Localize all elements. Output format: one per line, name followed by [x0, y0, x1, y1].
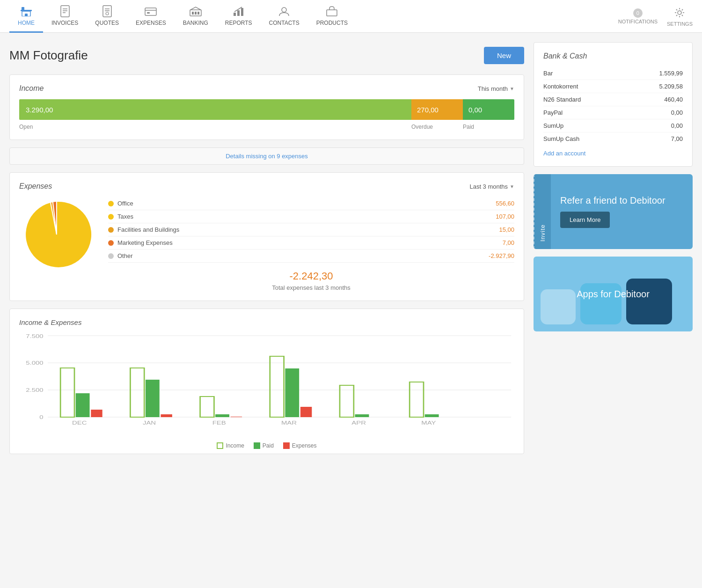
settings-button[interactable]: SETTINGS — [667, 6, 693, 27]
bar-labels: Open Overdue Paid — [19, 124, 514, 130]
legend-item-marketing: Marketing Expenses 7,00 — [108, 236, 514, 250]
bank-name-n26: N26 Standard — [543, 96, 581, 103]
alert-link[interactable]: Details missing on 9 expenses — [226, 153, 308, 160]
notifications-button[interactable]: 0 NOTIFICATIONS — [618, 8, 658, 24]
svg-rect-46 — [231, 417, 242, 417]
svg-rect-14 — [147, 12, 150, 14]
legend-value-taxes: 107,00 — [496, 213, 514, 220]
products-icon — [325, 5, 338, 18]
legend-dot-other — [108, 253, 114, 259]
nav-item-banking[interactable]: BANKING — [175, 0, 217, 33]
svg-rect-49 — [285, 368, 299, 417]
income-period-select[interactable]: This month ▼ — [478, 85, 514, 92]
expenses-icon — [144, 5, 157, 18]
add-account-link[interactable]: Add an account — [543, 150, 683, 157]
legend-dot-taxes — [108, 214, 114, 220]
legend-paid: Paid — [254, 442, 274, 449]
bank-name-bar: Bar — [543, 70, 553, 77]
chart-title: Income & Expenses — [19, 318, 514, 326]
banking-icon — [189, 5, 202, 18]
svg-rect-48 — [270, 356, 284, 417]
label-overdue: Overdue — [411, 124, 463, 130]
legend-paid-icon — [254, 442, 260, 449]
expenses-period-arrow: ▼ — [510, 184, 514, 189]
apps-card[interactable]: Apps for Debitoor — [534, 257, 693, 331]
income-title: Income — [19, 84, 44, 93]
svg-text:FEB: FEB — [212, 420, 226, 426]
svg-rect-56 — [425, 414, 439, 417]
income-bar: 3.290,00 270,00 0,00 — [19, 99, 514, 120]
settings-icon — [673, 6, 686, 19]
bar-open: 3.290,00 — [19, 99, 411, 120]
nav-item-reports[interactable]: REPORTS — [217, 0, 261, 33]
bar-paid: 0,00 — [463, 99, 514, 120]
svg-rect-50 — [300, 407, 312, 417]
legend-expenses-label: Expenses — [292, 442, 317, 449]
nav-item-expenses[interactable]: EXPENSES — [127, 0, 175, 33]
legend-income-label: Income — [226, 442, 244, 449]
chart-area: 7.500 5.000 2.500 0 DEC — [19, 331, 514, 439]
home-icon — [20, 5, 33, 18]
total-value: -2.242,30 — [108, 270, 514, 282]
nav-label-quotes: QUOTES — [95, 20, 119, 26]
svg-rect-44 — [200, 397, 214, 417]
legend-label-other: Other — [117, 252, 133, 259]
new-button[interactable]: New — [484, 47, 524, 64]
svg-rect-17 — [195, 12, 197, 15]
income-period-label: This month — [478, 85, 508, 92]
svg-rect-3 — [25, 14, 28, 16]
bank-amount-kontokorrent: 5.209,58 — [659, 83, 683, 90]
bank-amount-sumup-cash: 7,00 — [671, 135, 683, 142]
legend-value-other: -2.927,90 — [489, 252, 514, 259]
apps-title: Apps for Debitoor — [577, 289, 650, 300]
svg-text:MAY: MAY — [421, 420, 436, 426]
income-card: Income This month ▼ 3.290,00 270,00 0,00… — [9, 74, 524, 140]
svg-rect-40 — [130, 368, 144, 417]
nav-item-quotes[interactable]: QUOTES — [87, 0, 127, 33]
svg-rect-20 — [237, 10, 240, 16]
expenses-header: Expenses Last 3 months ▼ — [19, 182, 514, 191]
legend-item-taxes: Taxes 107,00 — [108, 210, 514, 223]
svg-text:MAR: MAR — [281, 420, 297, 426]
bank-row-sumup-cash: SumUp Cash 7,00 — [543, 132, 683, 145]
main-content: MM Fotografie New Income This month ▼ 3.… — [0, 33, 702, 463]
expenses-period-select[interactable]: Last 3 months ▼ — [469, 183, 514, 190]
svg-rect-42 — [161, 414, 172, 417]
nav-item-home[interactable]: HOME — [9, 0, 43, 33]
nav-item-invoices[interactable]: INVOICES — [43, 0, 87, 33]
legend-label-taxes: Taxes — [117, 213, 133, 220]
bank-row-paypal: PayPal 0,00 — [543, 106, 683, 119]
svg-rect-45 — [215, 414, 229, 417]
svg-text:APR: APR — [351, 420, 366, 426]
legend-label-facilities: Facilities and Buildings — [117, 226, 179, 233]
nav-label-invoices: INVOICES — [51, 20, 78, 26]
legend-value-office: 556,60 — [496, 200, 514, 207]
svg-rect-12 — [145, 8, 156, 15]
nav-item-contacts[interactable]: CONTACTS — [261, 0, 308, 33]
svg-text:2.500: 2.500 — [26, 387, 43, 393]
nav-label-expenses: EXPENSES — [136, 20, 166, 26]
bank-name-paypal: PayPal — [543, 109, 563, 116]
svg-text:5.000: 5.000 — [26, 360, 43, 366]
bank-name-sumup-cash: SumUp Cash — [543, 135, 579, 142]
refer-content: Refer a friend to Debitoor Learn More — [551, 174, 675, 249]
svg-rect-36 — [60, 368, 74, 417]
refer-invite-tab[interactable]: Invite — [534, 174, 551, 249]
nav-item-products[interactable]: PRODUCTS — [308, 0, 356, 33]
page-title: MM Fotografie — [9, 48, 88, 63]
notification-badge: 0 — [633, 8, 643, 18]
svg-point-24 — [678, 11, 681, 15]
nav-label-products: PRODUCTS — [316, 20, 348, 26]
nav-label-home: HOME — [18, 20, 35, 26]
legend-income-icon — [217, 442, 223, 449]
apps-bg-icons — [541, 279, 672, 324]
nav-items: HOME INVOICES QUOTES EXPENSES BANKING — [9, 0, 618, 33]
svg-rect-38 — [91, 410, 102, 417]
learn-more-button[interactable]: Learn More — [560, 212, 610, 228]
refer-title: Refer a friend to Debitoor — [560, 195, 665, 206]
expenses-period-label: Last 3 months — [469, 183, 508, 190]
bank-row-n26: N26 Standard 460,40 — [543, 93, 683, 106]
bar-chart-svg: 7.500 5.000 2.500 0 DEC — [19, 331, 514, 434]
legend-paid-label: Paid — [263, 442, 274, 449]
bank-amount-sumup: 0,00 — [671, 122, 683, 129]
